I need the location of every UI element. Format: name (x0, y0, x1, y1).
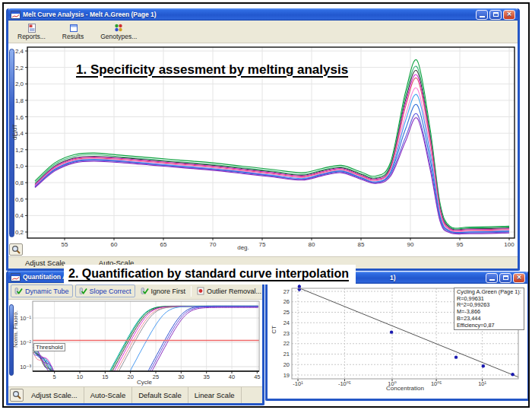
svg-text:25: 25 (283, 309, 290, 316)
svg-text:1,0: 1,0 (15, 163, 24, 170)
linear-scale-button[interactable]: Linear Scale (188, 387, 242, 403)
reports-button[interactable]: Reports... (14, 21, 49, 43)
svg-text:0,2: 0,2 (15, 229, 24, 236)
melt-x-axis-title: deg. (217, 244, 270, 251)
std-x-axis-title: Concentration (367, 385, 443, 392)
svg-text:35: 35 (204, 373, 210, 380)
auto-scale-button[interactable]: Auto-Scale (84, 387, 132, 403)
svg-text:-10¹: -10¹ (293, 380, 303, 387)
svg-text:90: 90 (407, 241, 414, 248)
results-icon (68, 23, 78, 33)
adjust-scale-button[interactable]: Adjust Scale... (25, 387, 84, 403)
svg-text:19: 19 (283, 372, 290, 379)
svg-text:10¹: 10¹ (478, 380, 486, 387)
minimize-button[interactable] (486, 273, 498, 283)
amp-y-axis-title: Norm. Fluoro. (12, 310, 19, 348)
svg-text:27: 27 (283, 288, 290, 295)
standard-point-5[interactable] (482, 364, 485, 367)
standard-point-3[interactable] (390, 330, 393, 333)
quant-toolbar: Dynamic Tube Slope Correct Ignore First … (8, 283, 262, 300)
svg-text:1,2: 1,2 (15, 147, 24, 154)
app-icon (11, 11, 21, 19)
amp-x-axis-title: Cycle (114, 379, 175, 386)
standard-point-4[interactable] (454, 355, 458, 358)
melt-y-axis-title: dF/dT (11, 124, 18, 140)
magnifier-icon (12, 390, 22, 400)
svg-text:24: 24 (283, 319, 290, 326)
svg-text:1,6: 1,6 (15, 114, 24, 121)
reports-label: Reports... (17, 33, 46, 40)
melt-window-title: Melt Curve Analysis - Melt A.Green (Page… (23, 11, 157, 18)
close-button[interactable]: ✕ (513, 273, 525, 283)
ignore-first-label: Ignore First (151, 288, 186, 295)
svg-text:70: 70 (210, 241, 217, 248)
svg-text:-10⁰⁵: -10⁰⁵ (338, 380, 351, 387)
svg-text:65: 65 (160, 241, 167, 248)
dynamic-tube-label: Dynamic Tube (25, 288, 69, 295)
std-y-axis-title: CT (271, 326, 277, 334)
svg-text:80: 80 (309, 241, 315, 248)
svg-text:55: 55 (62, 241, 68, 248)
svg-text:5: 5 (53, 373, 56, 380)
app-icon (11, 273, 21, 281)
svg-text:26: 26 (283, 298, 290, 305)
svg-text:0,4: 0,4 (15, 212, 24, 219)
slope-correct-button[interactable]: Slope Correct (75, 284, 135, 297)
std-window-title: 1) (390, 274, 396, 281)
quant-zoom-button[interactable] (10, 389, 24, 402)
svg-text:0,6: 0,6 (15, 196, 24, 203)
outlier-removal-label: Outlier Removal... (207, 288, 261, 295)
svg-text:23: 23 (283, 330, 290, 337)
melt-zoom-strip[interactable] (9, 49, 14, 237)
annotation-specificity: 1. Specificity assesment by melting anal… (76, 62, 348, 78)
svg-text:60: 60 (111, 241, 118, 248)
svg-text:95: 95 (457, 241, 464, 248)
tube-check-icon (14, 287, 23, 295)
svg-text:2,0: 2,0 (15, 81, 24, 87)
genotypes-button[interactable]: Genotypes... (97, 21, 140, 43)
slope-correct-label: Slope Correct (90, 288, 131, 295)
svg-text:45: 45 (254, 373, 260, 380)
melt-zoom-button[interactable] (9, 243, 23, 256)
svg-text:10⁻³: 10⁻³ (20, 364, 31, 370)
minimize-button[interactable] (476, 10, 488, 20)
threshold-marker[interactable]: Threshold (33, 343, 65, 351)
svg-text:2,4: 2,4 (15, 48, 24, 55)
svg-text:10⁻²: 10⁻² (20, 339, 31, 346)
results-button[interactable]: Results (59, 21, 87, 43)
annotation-quantification: 2. Quantification by standard curve inte… (64, 265, 356, 284)
outlier-removal-button[interactable]: Outlier Removal... (194, 285, 264, 297)
genotypes-icon (113, 23, 124, 33)
outlier-removal-icon (197, 287, 204, 295)
desktop: Melt Curve Analysis - Melt A.Green (Page… (0, 0, 532, 410)
maximize-button[interactable] (489, 10, 502, 20)
adjust-scale-button[interactable]: Adjust Scale (8, 259, 65, 267)
tube-check-icon (141, 287, 149, 295)
close-button[interactable]: ✕ (503, 10, 515, 20)
genotypes-label: Genotypes... (100, 33, 137, 40)
melt-window-titlebar[interactable]: Melt Curve Analysis - Melt A.Green (Page… (8, 8, 518, 21)
standard-point-2[interactable] (298, 285, 301, 288)
ignore-first-button[interactable]: Ignore First (138, 285, 189, 297)
standard-point-6[interactable] (511, 373, 514, 376)
default-scale-button[interactable]: Default Scale (132, 387, 188, 403)
svg-text:20: 20 (283, 361, 290, 368)
svg-text:30: 30 (178, 373, 184, 380)
maximize-button[interactable] (499, 273, 511, 283)
results-label: Results (62, 33, 84, 40)
svg-text:0,8: 0,8 (15, 180, 24, 186)
reports-icon (27, 23, 36, 33)
melt-toolbar: Reports... Results Genotypes... (8, 21, 518, 43)
dynamic-tube-button[interactable]: Dynamic Tube (11, 284, 73, 297)
quant-scale-bar: Adjust Scale... Auto-Scale Default Scale… (8, 386, 262, 403)
svg-text:21: 21 (283, 351, 290, 358)
svg-text:100: 100 (504, 241, 515, 248)
svg-text:1,8: 1,8 (15, 97, 24, 104)
svg-text:2,2: 2,2 (15, 65, 24, 72)
svg-text:15: 15 (102, 373, 108, 380)
svg-text:40: 40 (229, 373, 235, 380)
legend-line: Efficiency=0,87 (457, 323, 521, 329)
svg-text:22: 22 (283, 340, 290, 347)
svg-text:10⁻¹: 10⁻¹ (20, 315, 31, 322)
svg-text:85: 85 (358, 241, 365, 248)
